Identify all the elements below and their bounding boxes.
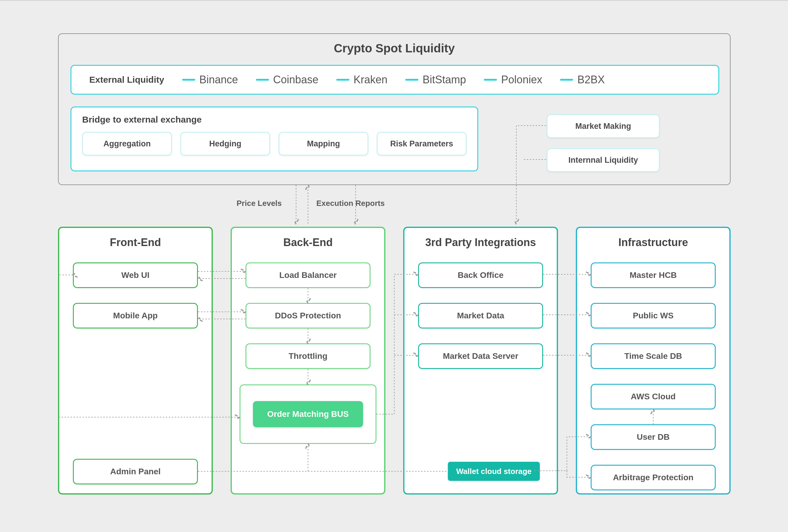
backend-ddos-protection: DDoS Protection (245, 303, 371, 329)
third-market-data-server: Market Data Server (418, 343, 543, 369)
tick-icon (256, 79, 269, 81)
infra-master-hcb: Master HCB (591, 262, 716, 288)
bridge-title: Bridge to external exchange (72, 107, 477, 125)
backend-title: Back-End (232, 228, 384, 252)
exchange-bitstamp: BitStamp (405, 74, 466, 86)
bridge-hedging: Hedging (180, 132, 270, 156)
frontend-mobile-app: Mobile App (73, 303, 198, 329)
frontend-web-ui: Web UI (73, 262, 198, 288)
internal-liquidity-box: Internnal Liquidity (547, 148, 660, 172)
tick-icon (182, 79, 195, 81)
frontend-admin-panel: Admin Panel (73, 459, 198, 485)
backend-load-balancer: Load Balancer (245, 262, 371, 288)
bridge-aggregation: Aggregation (82, 132, 172, 156)
crypto-spot-liquidity-panel: Crypto Spot Liquidity External Liquidity… (58, 33, 731, 185)
third-party-title: 3rd Party Integrations (405, 228, 557, 252)
frontend-title: Front-End (59, 228, 212, 252)
exchange-binance: Binance (182, 74, 238, 86)
infrastructure-title: Infrastructure (577, 228, 729, 252)
external-liquidity-row: External Liquidity Binance Coinbase Krak… (71, 65, 719, 95)
external-liquidity-label: External Liquidity (89, 75, 164, 85)
infra-time-scale-db: Time Scale DB (591, 343, 716, 369)
label-price-levels: Price Levels (237, 199, 282, 208)
panel-title: Crypto Spot Liquidity (59, 34, 730, 55)
order-matching-bus: Order Matching BUS (253, 401, 363, 427)
exchange-kraken: Kraken (336, 74, 388, 86)
exchange-poloniex: Poloniex (484, 74, 542, 86)
wallet-cloud-storage: Wallet cloud storage (448, 462, 540, 481)
infra-arbitrage-protection: Arbitrage Protection (591, 465, 716, 490)
infra-user-db: User DB (591, 424, 716, 450)
exchange-coinbase: Coinbase (256, 74, 318, 86)
third-back-office: Back Office (418, 262, 543, 288)
backend-throttling: Throttling (245, 343, 371, 369)
tick-icon (560, 79, 573, 81)
tick-icon (484, 79, 497, 81)
tick-icon (405, 79, 418, 81)
architecture-diagram: Crypto Spot Liquidity External Liquidity… (58, 33, 731, 509)
infra-public-ws: Public WS (591, 303, 716, 329)
tick-icon (336, 79, 349, 81)
bridge-mapping: Mapping (278, 132, 369, 156)
bridge-panel: Bridge to external exchange Aggregation … (71, 106, 478, 171)
bridge-risk-parameters: Risk Parameters (377, 132, 467, 156)
exchange-b2bx: B2BX (560, 74, 605, 86)
third-market-data: Market Data (418, 303, 543, 329)
infra-aws-cloud: AWS Cloud (591, 384, 716, 409)
backend-bus-container: Order Matching BUS (240, 385, 376, 444)
market-making-box: Market Making (547, 114, 660, 138)
label-execution-reports: Execution Reports (316, 199, 385, 208)
